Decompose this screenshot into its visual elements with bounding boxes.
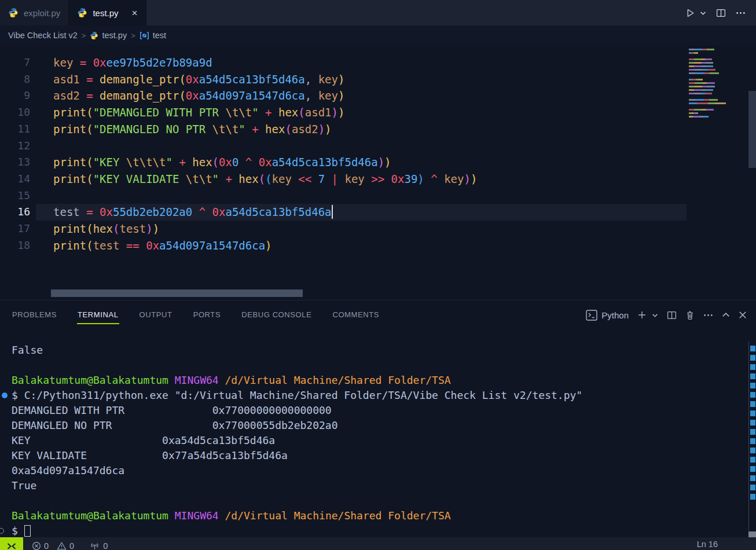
new-terminal-icon[interactable] <box>637 310 647 320</box>
code-editor[interactable]: 789101112131415161718 key = 0xee97b5d2e7… <box>0 45 756 300</box>
line-number-14[interactable]: 14 <box>0 171 30 188</box>
code-line-9[interactable]: asd2 = demangle_ptr(0xa54d097a1547d6ca, … <box>53 87 477 104</box>
code-line-10[interactable]: print("DEMANGLED WITH PTR \t\t" + hex(as… <box>53 104 477 121</box>
split-editor-icon[interactable] <box>716 8 726 18</box>
line-number-11[interactable]: 11 <box>0 121 30 138</box>
editor-gutter[interactable]: 789101112131415161718 <box>0 54 30 254</box>
minimap[interactable] <box>689 47 731 163</box>
line-number-8[interactable]: 8 <box>0 71 30 88</box>
terminal-scrollbar[interactable] <box>748 342 756 537</box>
code-line-15[interactable] <box>53 188 477 204</box>
line-number-7[interactable]: 7 <box>0 54 30 71</box>
code-token: key <box>53 56 73 69</box>
editor-tab-bar: exploit.py test.py× <box>0 0 756 25</box>
code-token: 0x <box>212 206 226 218</box>
code-token: ) <box>378 156 384 168</box>
editor-vertical-scrollbar[interactable] <box>748 91 756 168</box>
run-chevron-down-icon[interactable] <box>700 10 706 16</box>
line-number-13[interactable]: 13 <box>0 154 30 171</box>
broadcast-status-item[interactable]: 0 <box>89 541 108 550</box>
code-token: "DEMANGLED WITH PTR <box>93 106 226 119</box>
tab-test.py[interactable]: test.py× <box>69 0 146 25</box>
panel-tab-problems[interactable]: PROBLEMS <box>12 305 57 324</box>
terminal-line: $ <box>0 523 756 538</box>
panel-tab-comments[interactable]: COMMENTS <box>332 305 380 324</box>
code-line-7[interactable]: key = 0xee97b5d2e7b89a9d <box>53 54 477 71</box>
code-token: \t\t\t <box>126 156 166 168</box>
remote-indicator[interactable] <box>0 537 23 550</box>
split-terminal-icon[interactable] <box>667 310 677 320</box>
problems-status-item[interactable]: 0 0 <box>32 541 74 550</box>
code-token: ( <box>86 106 93 119</box>
code-token: ( <box>86 222 93 235</box>
line-number-17[interactable]: 17 <box>0 221 30 237</box>
breadcrumb-label: test <box>153 31 166 40</box>
run-icon[interactable] <box>685 8 695 18</box>
tab-close-icon[interactable]: × <box>132 8 138 18</box>
panel-tab-debug-console[interactable]: DEBUG CONSOLE <box>241 305 312 324</box>
code-token: print <box>53 222 86 235</box>
panel-tab-output[interactable]: OUTPUT <box>139 305 173 324</box>
terminal-output-area[interactable]: FalseBalakatumtum@Balakatumtum MINGW64 /… <box>0 329 756 537</box>
code-token: , <box>305 89 318 102</box>
code-token: ) <box>417 173 424 185</box>
maximize-panel-icon[interactable] <box>722 311 730 319</box>
code-line-12[interactable] <box>53 138 477 155</box>
terminal-text: /d/Virtual Machine/Shared Folder/TSA <box>225 509 450 522</box>
code-line-13[interactable]: print("KEY \t\t\t" + hex(0x0 ^ 0xa54d5ca… <box>53 154 477 171</box>
panel-tab-ports[interactable]: PORTS <box>193 305 222 324</box>
terminal-line <box>0 493 756 508</box>
panel-more-actions-icon[interactable] <box>703 310 713 320</box>
breadcrumb-item-test[interactable]: test <box>140 31 166 40</box>
code-token: ) <box>338 73 344 86</box>
kill-terminal-icon[interactable] <box>685 310 695 320</box>
line-number-10[interactable]: 10 <box>0 104 30 121</box>
editor-horizontal-scrollbar[interactable] <box>51 289 303 297</box>
code-line-16[interactable]: test = 0x55db2eb202a0 ^ 0xa54d5ca13bf5d4… <box>53 204 477 221</box>
code-line-17[interactable]: print(hex(test)) <box>53 221 477 237</box>
code-token: ( <box>265 173 271 185</box>
code-line-11[interactable]: print("DEMANGLED NO PTR \t\t" + hex(asd2… <box>53 121 477 138</box>
breadcrumb-item-vibe-check-list-v2[interactable]: Vibe Check List v2 <box>8 31 78 40</box>
command-decoration-icon[interactable] <box>2 393 8 398</box>
code-token: = <box>80 206 100 218</box>
code-token: 0 <box>232 156 238 168</box>
line-number-15[interactable]: 15 <box>0 188 30 204</box>
code-token: 0x <box>186 89 199 102</box>
panel-tab-terminal[interactable]: TERMINAL <box>77 305 119 324</box>
command-placeholder-decoration-icon[interactable] <box>0 528 4 534</box>
tab-exploit.py[interactable]: exploit.py <box>0 0 69 25</box>
line-number-16[interactable]: 16 <box>0 204 30 221</box>
code-token: \t\t <box>186 173 212 185</box>
breadcrumb-item-test.py[interactable]: test.py <box>90 31 127 40</box>
code-token: ^ <box>424 173 444 185</box>
terminal-text: 0xa54d097a1547d6ca <box>12 464 124 476</box>
terminal-session-item[interactable]: Python <box>586 310 629 321</box>
code-token: ) <box>318 123 325 135</box>
code-token: = <box>80 89 100 102</box>
terminal-text: $ <box>12 525 24 537</box>
close-panel-icon[interactable] <box>739 311 747 319</box>
code-token: 0x <box>259 156 272 168</box>
terminal-line: Balakatumtum@Balakatumtum MINGW64 /d/Vir… <box>0 373 756 388</box>
code-token: ) <box>338 106 344 119</box>
code-line-18[interactable]: print(test == 0xa54d097a1547d6ca) <box>53 237 477 254</box>
more-actions-icon[interactable] <box>736 8 746 18</box>
code-token: key <box>272 173 292 185</box>
terminal-command-mark <box>750 429 755 435</box>
code-token: a54d5ca13bf5d46a <box>272 156 378 168</box>
code-token: + <box>259 106 278 119</box>
terminal-text <box>219 374 225 386</box>
line-number-12[interactable]: 12 <box>0 138 30 155</box>
terminal-command-mark <box>750 392 755 398</box>
line-number-18[interactable]: 18 <box>0 237 30 254</box>
line-number-9[interactable]: 9 <box>0 87 30 104</box>
terminal-line: 0xa54d097a1547d6ca <box>0 463 756 478</box>
minimap-line <box>689 69 715 71</box>
cursor-position-status-item[interactable]: Ln 16 <box>697 540 718 549</box>
terminal-dropdown-chevron-icon[interactable] <box>652 312 658 318</box>
code-token: test <box>119 222 146 235</box>
code-token: ( <box>179 89 185 102</box>
code-line-14[interactable]: print("KEY VALIDATE \t\t" + hex((key << … <box>53 171 477 188</box>
code-line-8[interactable]: asd1 = demangle_ptr(0xa54d5ca13bf5d46a, … <box>53 71 477 88</box>
